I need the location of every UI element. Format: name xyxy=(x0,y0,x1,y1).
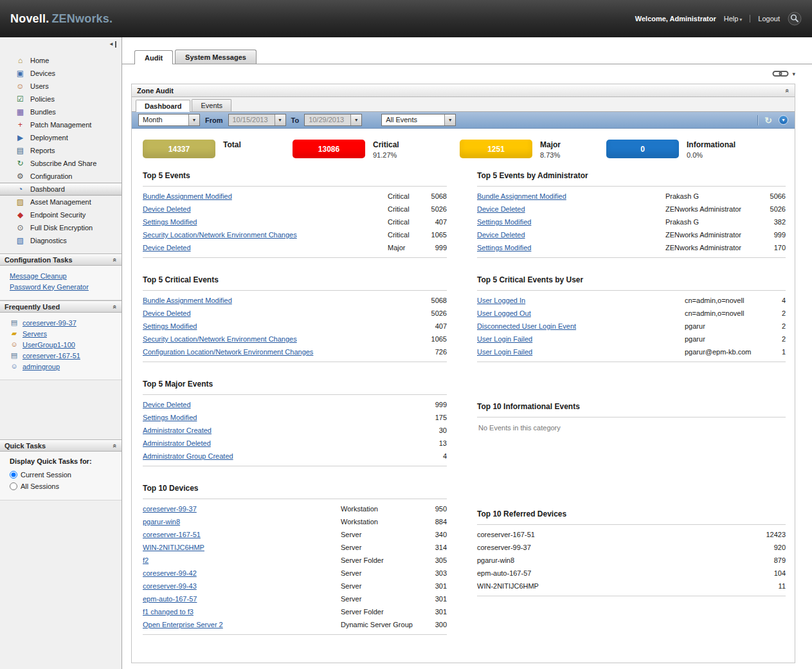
device-count: 301 xyxy=(421,595,447,603)
sidebar-item-deployment[interactable]: ▶ Deployment xyxy=(0,131,122,144)
audit-content: ▾ Zone Audit « Dashboard Events Month xyxy=(122,66,812,663)
event-link[interactable]: Bundle Assignment Modified xyxy=(477,192,665,200)
device-link[interactable]: coreserver-167-51 xyxy=(143,531,341,538)
empty-message: No Events in this category xyxy=(477,424,786,432)
radio-current-session[interactable]: Current Session xyxy=(10,469,118,481)
frequently-used-link[interactable]: Servers xyxy=(23,330,47,338)
event-row: User Logged Out cn=admin,o=novell 2 xyxy=(477,307,786,320)
event-link[interactable]: Administrator Deleted xyxy=(143,439,421,447)
device-type: Dynamic Server Group xyxy=(341,621,421,628)
configuration-tasks-header[interactable]: Configuration Tasks « xyxy=(0,253,122,266)
link-chain-icon[interactable] xyxy=(772,69,789,79)
event-link[interactable]: Administrator Group Created xyxy=(143,452,421,460)
server-icon: ▤ xyxy=(10,352,19,359)
sidebar-item-endpoint-security[interactable]: ◆ Endpoint Security xyxy=(0,208,122,221)
current-session-radio[interactable] xyxy=(10,471,17,479)
sidebar-item-subscribe-and-share[interactable]: ↻ Subscribe And Share xyxy=(0,157,122,170)
event-link[interactable]: Device Deleted xyxy=(143,309,421,317)
device-link[interactable]: coreserver-99-42 xyxy=(143,569,341,577)
collapse-chevrons-icon[interactable]: « xyxy=(784,88,791,92)
event-link[interactable]: Device Deleted xyxy=(143,244,388,252)
section-top-critical-events: Top 5 Critical Events Bundle Assignment … xyxy=(143,275,447,362)
sidebar-item-bundles[interactable]: ▦ Bundles xyxy=(0,105,122,118)
frequently-used-link[interactable]: coreserver-167-51 xyxy=(23,352,80,360)
sidebar-item-full-disk-encryption[interactable]: ⊙ Full Disk Encryption xyxy=(0,221,122,234)
sidebar-item-users[interactable]: ☺ Users xyxy=(0,80,122,93)
all-sessions-radio[interactable] xyxy=(10,482,17,490)
sidebar-item-patch-management[interactable]: + Patch Management xyxy=(0,118,122,131)
device-link[interactable]: coreserver-99-37 xyxy=(143,505,341,513)
event-link[interactable]: Settings Modified xyxy=(143,414,421,421)
to-date-select[interactable]: 10/29/2013 ▼ xyxy=(304,114,362,126)
sidebar-collapse-icon[interactable]: ◄ xyxy=(109,41,116,48)
sidebar-item-configuration[interactable]: ⚙ Configuration xyxy=(0,170,122,183)
sidebar-item-diagnostics[interactable]: ▧ Diagnostics xyxy=(0,234,122,247)
event-link[interactable]: Device Deleted xyxy=(143,205,388,213)
event-link[interactable]: User Login Failed xyxy=(477,348,685,356)
event-link[interactable]: User Logged In xyxy=(477,297,685,304)
event-link[interactable]: Settings Modified xyxy=(143,218,388,226)
event-link[interactable]: Device Deleted xyxy=(477,231,665,239)
sidebar-item-home[interactable]: ⌂ Home xyxy=(0,54,122,67)
event-count: 2 xyxy=(760,335,786,343)
referred-device-name: coreserver-167-51 xyxy=(477,531,753,538)
config-task-link[interactable]: Password Key Generator xyxy=(10,283,89,291)
logout-link[interactable]: Logout xyxy=(758,15,780,23)
from-date-select[interactable]: 10/15/2013 ▼ xyxy=(228,114,286,126)
event-link[interactable]: Disconnected User Login Event xyxy=(477,322,685,330)
frequently-used-row: ▤ coreserver-99-37 xyxy=(10,317,118,328)
device-link[interactable]: f2 xyxy=(143,556,341,564)
summary-label: Critical xyxy=(373,140,399,149)
collapse-chevrons-icon[interactable]: « xyxy=(111,257,119,261)
search-icon[interactable] xyxy=(788,12,802,26)
event-link[interactable]: Security Location/Network Environment Ch… xyxy=(143,231,388,239)
config-task-link[interactable]: Message Cleanup xyxy=(10,272,67,280)
device-link[interactable]: WIN-2NITIJC6HMP xyxy=(143,544,341,551)
event-row: Configuration Location/Network Environme… xyxy=(143,345,447,358)
sidebar-item-dashboard[interactable]: ◔ Dashboard xyxy=(0,183,122,196)
tab-system-messages[interactable]: System Messages xyxy=(175,50,257,64)
tab-events[interactable]: Events xyxy=(192,99,231,111)
sidebar-item-policies[interactable]: ☑ Policies xyxy=(0,93,122,105)
device-link[interactable]: coreserver-99-43 xyxy=(143,582,341,590)
sidebar-item-asset-management[interactable]: ▨ Asset Management xyxy=(0,196,122,208)
event-link[interactable]: Settings Modified xyxy=(143,322,421,330)
event-link[interactable]: Bundle Assignment Modified xyxy=(143,297,421,304)
device-link[interactable]: Open Enterprise Server 2 xyxy=(143,621,341,628)
refresh-icon[interactable]: ↻ xyxy=(764,116,772,125)
tab-audit[interactable]: Audit xyxy=(134,50,173,64)
device-link[interactable]: epm-auto-167-57 xyxy=(143,595,341,603)
event-link[interactable]: Device Deleted xyxy=(477,205,665,213)
event-link[interactable]: Security Location/Network Environment Ch… xyxy=(143,335,421,343)
chevron-down-icon[interactable]: ▾ xyxy=(792,71,795,77)
quick-tasks-header[interactable]: Quick Tasks « xyxy=(0,439,122,452)
collapse-chevrons-icon[interactable]: « xyxy=(111,443,119,447)
event-link[interactable]: Settings Modified xyxy=(477,244,665,252)
event-link[interactable]: Configuration Location/Network Environme… xyxy=(143,348,421,356)
device-link[interactable]: pgarur-win8 xyxy=(143,518,341,526)
tab-dashboard[interactable]: Dashboard xyxy=(136,100,190,112)
event-link[interactable]: Administrator Created xyxy=(143,426,421,434)
frequently-used-header[interactable]: Frequently Used « xyxy=(0,300,122,313)
frequently-used-link[interactable]: coreserver-99-37 xyxy=(23,319,77,327)
frequently-used-link[interactable]: admingroup xyxy=(23,363,60,371)
help-menu[interactable]: Help▾ xyxy=(724,15,743,23)
sidebar-item-reports[interactable]: ▤ Reports xyxy=(0,144,122,157)
event-row: Device Deleted ZENworks Administrator 99… xyxy=(477,228,786,241)
section-title: Top 10 Referred Devices xyxy=(477,509,786,518)
radio-all-sessions[interactable]: All Sessions xyxy=(10,481,118,492)
toolbar-menu-icon[interactable]: ▼ xyxy=(779,115,788,125)
referred-device-name: WIN-2NITIJC6HMP xyxy=(477,582,753,590)
frequently-used-row: ▤ coreserver-167-51 xyxy=(10,350,118,361)
event-link[interactable]: Device Deleted xyxy=(143,401,421,408)
device-link[interactable]: f1 changed to f3 xyxy=(143,608,341,616)
event-link[interactable]: User Login Failed xyxy=(477,335,685,343)
event-link[interactable]: Settings Modified xyxy=(477,218,665,226)
frequently-used-link[interactable]: UserGroup1-100 xyxy=(23,341,75,349)
collapse-chevrons-icon[interactable]: « xyxy=(111,304,119,308)
period-select[interactable]: Month ▼ xyxy=(138,114,200,126)
event-filter-select[interactable]: All Events ▼ xyxy=(381,114,456,126)
event-link[interactable]: Bundle Assignment Modified xyxy=(143,192,388,200)
event-link[interactable]: User Logged Out xyxy=(477,309,685,317)
sidebar-item-devices[interactable]: ▣ Devices xyxy=(0,67,122,80)
